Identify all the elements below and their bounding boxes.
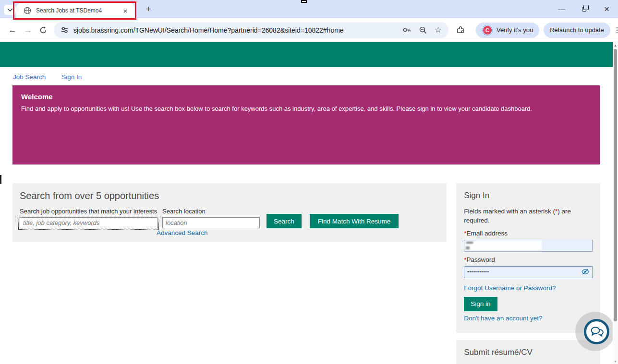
browser-toolbar: ← → sjobs.brassring.com/TGNewUI/Search/H… <box>0 18 618 42</box>
email-field-wrap <box>464 240 593 252</box>
scrollbar-thumb[interactable] <box>614 49 617 321</box>
search-form: Search job opportunities that match your… <box>20 208 439 228</box>
sign-in-button[interactable]: Sign in <box>464 297 497 311</box>
password-field[interactable] <box>464 266 593 278</box>
browser-menu-button[interactable]: ⋮ <box>613 25 618 35</box>
window-controls: — ✕ <box>550 0 618 18</box>
search-button[interactable]: Search <box>267 214 302 228</box>
forward-button[interactable]: → <box>20 25 36 35</box>
url-text[interactable]: sjobs.brassring.com/TGNewUI/Search/Home/… <box>73 26 395 34</box>
redaction-blur <box>465 241 542 251</box>
chevron-down-icon <box>7 8 13 12</box>
chat-widget-button[interactable] <box>584 319 609 344</box>
tab-close-icon[interactable]: × <box>121 7 130 15</box>
keyword-label: Search job opportunities that match your… <box>20 208 158 215</box>
verify-label: Verify it's you <box>497 26 533 34</box>
location-label: Search location <box>162 208 260 215</box>
address-bar[interactable]: sjobs.brassring.com/TGNewUI/Search/Home/… <box>54 22 448 38</box>
keyword-input[interactable] <box>20 217 158 228</box>
sign-in-heading: Sign In <box>464 191 593 200</box>
site-header-band <box>0 42 613 67</box>
browser-titlebar: Search Jobs at TSDemo4 × + — ✕ <box>0 0 618 18</box>
globe-favicon-icon <box>24 7 31 14</box>
nav-job-search-link[interactable]: Job Search <box>13 73 46 81</box>
site-nav: Job Search Sign In <box>0 67 613 81</box>
page-content: Job Search Sign In Welcome Find and appl… <box>0 42 613 364</box>
submit-resume-panel: Submit résumé/CV You can use this featur… <box>456 340 600 364</box>
scrollbar-up-arrow[interactable]: ▲ <box>613 44 618 47</box>
back-button[interactable]: ← <box>5 25 20 35</box>
window-restore-button[interactable] <box>573 0 595 18</box>
email-label: *Email address <box>464 230 593 237</box>
password-key-icon[interactable] <box>402 25 412 35</box>
verify-its-you-button[interactable]: C Verify it's you <box>476 23 539 38</box>
site-info-icon[interactable] <box>61 26 69 34</box>
submit-resume-heading: Submit résumé/CV <box>464 348 593 357</box>
relaunch-label: Relaunch to update <box>550 26 604 34</box>
extensions-icon[interactable] <box>456 25 465 35</box>
bookmark-star-icon[interactable]: ☆ <box>435 25 442 35</box>
welcome-title: Welcome <box>21 93 592 101</box>
note-prefix: Fields marked with an asterisk ( <box>464 208 555 215</box>
required-fields-note: Fields marked with an asterisk (*) are r… <box>464 207 593 225</box>
search-heading: Search from over 5 opportunities <box>20 190 439 201</box>
tab-title: Search Jobs at TSDemo4 <box>36 7 121 14</box>
location-field-group: Search location <box>162 208 260 228</box>
chat-bubbles-icon <box>590 326 604 338</box>
zoom-out-icon[interactable] <box>419 26 427 35</box>
avatar-letter: C <box>483 26 492 35</box>
reload-button[interactable] <box>36 26 51 35</box>
main-row: Search from over 5 opportunities Search … <box>12 183 600 364</box>
forgot-username-password-link[interactable]: Forgot Username or Password? <box>464 284 556 292</box>
no-account-link[interactable]: Don't have an account yet? <box>464 315 542 322</box>
sign-in-panel: Sign In Fields marked with an asterisk (… <box>456 183 600 333</box>
scrollbar-down-arrow[interactable]: ▼ <box>613 360 618 363</box>
window-close-button[interactable]: ✕ <box>595 0 618 18</box>
artifact-top-cursor <box>301 0 307 3</box>
password-label-text: Password <box>467 256 495 263</box>
email-label-text: Email address <box>467 230 508 237</box>
password-field-wrap <box>464 266 593 278</box>
nav-sign-in-link[interactable]: Sign In <box>61 73 82 81</box>
restore-icon <box>582 7 586 12</box>
welcome-message: Find and apply to opportunities with us!… <box>21 105 592 112</box>
relaunch-to-update-button[interactable]: Relaunch to update <box>544 23 610 38</box>
find-match-with-resume-button[interactable]: Find Match With Resume <box>310 214 399 228</box>
artifact-left-tick <box>0 175 1 184</box>
tab-search-button[interactable] <box>4 5 16 15</box>
page-scrollbar[interactable]: ▲ ▼ <box>613 42 618 364</box>
location-input[interactable] <box>162 217 260 228</box>
show-password-eye-icon[interactable] <box>582 269 589 275</box>
job-search-panel: Search from over 5 opportunities Search … <box>12 183 447 242</box>
password-label: *Password <box>464 256 593 263</box>
window-minimize-button[interactable]: — <box>550 0 573 18</box>
keyword-field-group: Search job opportunities that match your… <box>20 208 158 228</box>
browser-tab[interactable]: Search Jobs at TSDemo4 × <box>16 3 134 18</box>
profile-avatar: C <box>482 25 493 35</box>
welcome-banner: Welcome Find and apply to opportunities … <box>12 85 600 164</box>
new-tab-button[interactable]: + <box>143 3 154 15</box>
advanced-search-link[interactable]: Advanced Search <box>157 229 208 236</box>
